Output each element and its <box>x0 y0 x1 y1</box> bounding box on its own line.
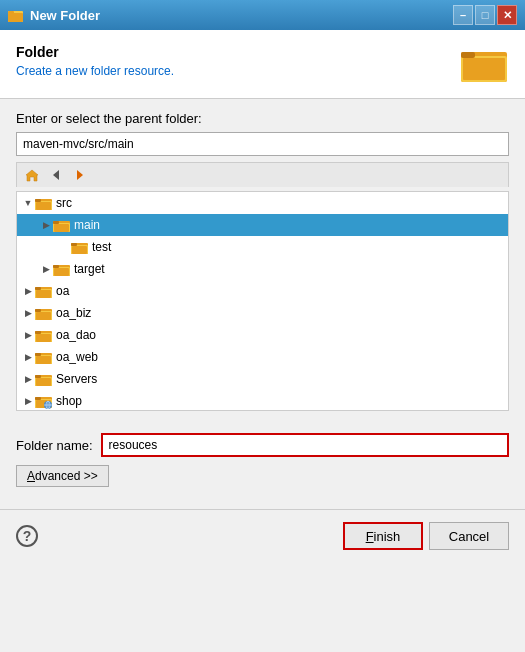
svg-rect-16 <box>54 224 69 232</box>
tree-item[interactable]: ▶ oa_dao <box>17 324 508 346</box>
svg-rect-6 <box>461 52 475 58</box>
folder-icon <box>53 261 71 277</box>
expand-icon[interactable]: ▼ <box>21 196 35 210</box>
svg-rect-45 <box>35 375 41 378</box>
tree-item[interactable]: ▶ test <box>17 236 508 258</box>
folder-icon <box>35 327 53 343</box>
maximize-button[interactable]: □ <box>475 5 495 25</box>
tree-item-label: shop <box>56 394 82 408</box>
svg-rect-28 <box>36 290 51 298</box>
folder-icon <box>71 239 89 255</box>
svg-rect-32 <box>36 312 51 320</box>
svg-rect-49 <box>35 397 41 400</box>
folder-icon <box>35 283 53 299</box>
tree-item-label: oa_dao <box>56 328 96 342</box>
svg-rect-5 <box>463 58 505 80</box>
help-button[interactable]: ? <box>16 525 38 547</box>
action-buttons: Finish Cancel <box>343 522 509 550</box>
tree-item[interactable]: ▼ src <box>17 192 508 214</box>
content-area: Enter or select the parent folder: ▼ <box>0 99 525 423</box>
title-bar: New Folder – □ ✕ <box>0 0 525 30</box>
svg-rect-25 <box>53 265 59 268</box>
path-input[interactable] <box>16 132 509 156</box>
close-button[interactable]: ✕ <box>497 5 517 25</box>
folder-icon-large <box>461 44 509 84</box>
finish-underline: F <box>366 529 374 544</box>
folder-name-input[interactable] <box>101 433 509 457</box>
svg-rect-20 <box>72 246 87 254</box>
tree-item[interactable]: ▶ Servers <box>17 368 508 390</box>
expand-icon[interactable]: ▶ <box>21 328 35 342</box>
folder-icon <box>35 349 53 365</box>
tree-item[interactable]: ▶ oa <box>17 280 508 302</box>
expand-icon[interactable]: ▶ <box>21 350 35 364</box>
svg-rect-24 <box>54 268 69 276</box>
expand-icon[interactable]: ▶ <box>21 306 35 320</box>
svg-rect-40 <box>36 356 51 364</box>
tree-item[interactable]: ▶ target <box>17 258 508 280</box>
expand-icon[interactable]: ▶ <box>21 394 35 408</box>
tree-item-label: oa_web <box>56 350 98 364</box>
title-bar-icon <box>8 7 24 23</box>
tree-item-label: oa_biz <box>56 306 91 320</box>
tree-item-label: oa <box>56 284 69 298</box>
bottom-section: Folder name: Advanced >> <box>0 423 525 497</box>
back-button[interactable] <box>45 165 67 185</box>
svg-rect-29 <box>35 287 41 290</box>
svg-rect-17 <box>53 221 59 224</box>
tree-item[interactable]: ▶ shop <box>17 390 508 411</box>
tree-item[interactable]: ▶ oa_web <box>17 346 508 368</box>
svg-rect-21 <box>71 243 77 246</box>
folder-icon <box>35 371 53 387</box>
section-label: Enter or select the parent folder: <box>16 111 509 126</box>
world-folder-icon <box>35 393 53 409</box>
advanced-label-underlined: A <box>27 469 35 483</box>
divider <box>0 509 525 510</box>
cancel-button[interactable]: Cancel <box>429 522 509 550</box>
header-section: Folder Create a new folder resource. <box>0 30 525 99</box>
tree-item[interactable]: ▶ oa_biz <box>17 302 508 324</box>
header-text: Folder Create a new folder resource. <box>16 44 174 78</box>
tree-item-label: src <box>56 196 72 210</box>
header-heading: Folder <box>16 44 174 60</box>
header-description: Create a new folder resource. <box>16 64 174 78</box>
expand-icon[interactable]: ▶ <box>39 262 53 276</box>
folder-icon <box>35 305 53 321</box>
title-bar-title: New Folder <box>30 8 453 23</box>
home-button[interactable] <box>21 165 43 185</box>
expand-icon[interactable]: ▶ <box>21 284 35 298</box>
advanced-button[interactable]: Advanced >> <box>16 465 109 487</box>
tree-item-label: main <box>74 218 100 232</box>
forward-button[interactable] <box>69 165 91 185</box>
tree-item-label: Servers <box>56 372 97 386</box>
folder-name-label: Folder name: <box>16 438 93 453</box>
advanced-label-rest: dvanced >> <box>35 469 98 483</box>
svg-rect-44 <box>36 378 51 386</box>
svg-rect-41 <box>35 353 41 356</box>
svg-rect-2 <box>8 11 14 14</box>
finish-button[interactable]: Finish <box>343 522 423 550</box>
folder-name-row: Folder name: <box>16 433 509 457</box>
folder-icon <box>35 195 53 211</box>
folder-icon <box>53 217 71 233</box>
svg-rect-1 <box>8 13 23 22</box>
expand-icon[interactable]: ▶ <box>21 372 35 386</box>
expand-icon[interactable]: ▶ <box>39 218 53 232</box>
svg-rect-36 <box>36 334 51 342</box>
tree-toolbar <box>16 162 509 187</box>
minimize-button[interactable]: – <box>453 5 473 25</box>
svg-rect-37 <box>35 331 41 334</box>
svg-marker-9 <box>77 170 83 180</box>
svg-marker-8 <box>53 170 59 180</box>
tree-container[interactable]: ▼ src ▶ main ▶ test ▶ <box>16 191 509 411</box>
title-bar-controls: – □ ✕ <box>453 5 517 25</box>
svg-marker-7 <box>26 170 38 181</box>
tree-item-label: test <box>92 240 111 254</box>
svg-rect-12 <box>36 202 51 210</box>
tree-item-label: target <box>74 262 105 276</box>
svg-rect-13 <box>35 199 41 202</box>
finish-rest: inish <box>374 529 401 544</box>
svg-rect-33 <box>35 309 41 312</box>
tree-item[interactable]: ▶ main <box>17 214 508 236</box>
